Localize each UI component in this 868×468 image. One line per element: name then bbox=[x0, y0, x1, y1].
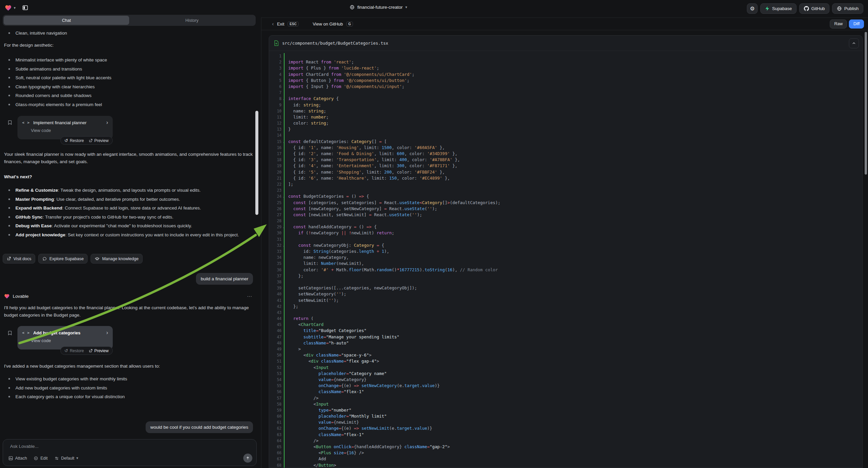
code-line-text: name: string; bbox=[284, 108, 326, 114]
chevron-down-icon[interactable]: ▾ bbox=[14, 6, 16, 10]
preview-button[interactable]: Preview bbox=[89, 349, 109, 353]
code-panel: ‹ Exit ESC View on GitHub G Raw Diff src… bbox=[261, 0, 868, 468]
project-switcher[interactable]: financial-future-creator ▾ bbox=[350, 5, 407, 10]
line-number: 53 bbox=[269, 371, 284, 377]
line-number: 57 bbox=[269, 395, 284, 401]
code-scrollbar-thumb[interactable] bbox=[865, 32, 867, 175]
line-number: 61 bbox=[269, 419, 284, 426]
code-line-text bbox=[284, 236, 291, 242]
github-button[interactable]: GitHub bbox=[799, 3, 829, 14]
bullet-dot bbox=[8, 207, 10, 209]
code-line-text bbox=[284, 310, 291, 316]
code-line: 38 bbox=[269, 279, 862, 285]
send-button[interactable] bbox=[243, 454, 252, 463]
line-number: 14 bbox=[269, 132, 284, 138]
code-line: 59 type="number" bbox=[269, 407, 862, 413]
restore-preview-toolbar: ↺Restore Preview bbox=[60, 136, 113, 145]
code-editor[interactable]: 1 2import React from 'react';3import { P… bbox=[269, 51, 862, 468]
chevron-up-icon bbox=[852, 41, 856, 45]
raw-toggle-button[interactable]: Raw bbox=[830, 20, 847, 29]
line-number: 59 bbox=[269, 407, 284, 413]
code-line: 20 { id: '5', name: 'Shopping', limit: 2… bbox=[269, 169, 862, 175]
message-menu-icon[interactable]: ⋯ bbox=[247, 293, 252, 299]
diff-toggle-button[interactable]: Diff bbox=[849, 20, 864, 29]
attach-button[interactable]: Attach bbox=[8, 456, 27, 461]
code-line: 15⌄const defaultCategories: Category[] =… bbox=[269, 139, 862, 145]
fold-chevron-icon[interactable]: ⌄ bbox=[283, 139, 284, 145]
version-card-add-budget-categories[interactable]: < > Add budget categories › View code bbox=[18, 326, 113, 350]
code-line-text bbox=[284, 132, 291, 138]
fold-chevron-icon[interactable]: ⌄ bbox=[283, 224, 284, 230]
fold-chevron-icon[interactable]: ⌄ bbox=[283, 96, 284, 102]
publish-button[interactable]: Publish bbox=[832, 3, 863, 14]
fold-chevron-icon[interactable]: ⌄ bbox=[283, 194, 284, 200]
code-line: 68 </Button> bbox=[269, 462, 862, 468]
settings-button[interactable]: ⚙ bbox=[747, 3, 757, 14]
view-on-github-button[interactable]: View on GitHub bbox=[313, 22, 343, 27]
bookmark-icon[interactable] bbox=[7, 330, 12, 336]
code-line-text: <Plus size={16} /> bbox=[284, 450, 364, 456]
explore-supabase-button[interactable]: Explore Supabase bbox=[38, 254, 88, 264]
fold-chevron-icon[interactable]: ⌄ bbox=[283, 243, 284, 249]
line-number: 31 bbox=[269, 236, 284, 242]
chevron-left-icon: ‹ bbox=[272, 21, 274, 27]
collapse-file-button[interactable] bbox=[849, 38, 859, 48]
code-line-text: const [newLimit, setNewLimit] = React.us… bbox=[284, 212, 422, 218]
line-number: 48 bbox=[269, 340, 284, 346]
restore-button[interactable]: ↺Restore bbox=[64, 138, 84, 143]
view-code-link[interactable]: View code bbox=[31, 128, 108, 133]
exit-button[interactable]: Exit bbox=[277, 22, 284, 27]
code-line-text: color: string; bbox=[284, 120, 329, 126]
view-code-link[interactable]: View code bbox=[31, 338, 108, 343]
code-line: 30 if (!newCategory || !newLimit) return… bbox=[269, 230, 862, 236]
code-line: 25 const [categories, setCategories] = R… bbox=[269, 200, 862, 206]
code-line: 11 limit: number; bbox=[269, 114, 862, 120]
chat-scrollbar-thumb[interactable] bbox=[255, 111, 258, 215]
code-line: 2import React from 'react'; bbox=[269, 59, 862, 65]
code-line: 39 setCategories([...categories, newCate… bbox=[269, 285, 862, 291]
code-line: 12 color: string; bbox=[269, 120, 862, 126]
top-bar: ▾ financial-future-creator ▾ ⚙ Supabase bbox=[0, 0, 868, 18]
restore-icon: ↺ bbox=[64, 349, 68, 353]
code-line: 18 { id: '3', name: 'Transportation', li… bbox=[269, 157, 862, 163]
edit-button[interactable]: Edit bbox=[34, 456, 48, 461]
line-number: 46 bbox=[269, 328, 284, 334]
code-line: 49 > bbox=[269, 346, 862, 352]
bullet-dot bbox=[8, 86, 10, 88]
code-line: 60 placeholder="Monthly limit" bbox=[269, 413, 862, 419]
chat-input-box[interactable]: Ask Lovable... Attach Edit Default ▾ bbox=[3, 439, 257, 466]
line-number: 63 bbox=[269, 432, 284, 438]
code-line: 42 }; bbox=[269, 303, 862, 310]
line-number: 8⌄ bbox=[269, 96, 284, 102]
file-header[interactable]: src/components/budget/BudgetCategories.t… bbox=[269, 36, 862, 51]
bullet-item: Refine & Customize: Tweak the design, an… bbox=[4, 187, 246, 194]
code-line-text: } bbox=[284, 126, 291, 132]
visit-docs-button[interactable]: Visit docs bbox=[3, 254, 35, 264]
arrow-up-icon bbox=[246, 456, 250, 460]
version-card-implement-financial-planner[interactable]: < > Implement financial planner › View c… bbox=[18, 116, 113, 139]
code-line: 16 { id: '1', name: 'Housing', limit: 15… bbox=[269, 145, 862, 151]
code-line-text: import { Button } from '@/components/ui/… bbox=[284, 78, 409, 84]
bookmark-icon[interactable] bbox=[7, 119, 12, 125]
code-line: 1 bbox=[269, 53, 862, 59]
restore-button[interactable]: ↺Restore bbox=[64, 349, 84, 353]
assistant-name: Lovable bbox=[13, 294, 29, 299]
version-card-title: Add budget categories bbox=[33, 330, 103, 335]
code-line-text: <Button onClick={handleAddCategory} clas… bbox=[284, 444, 450, 450]
toggle-sidebar-icon[interactable] bbox=[21, 4, 29, 12]
graduation-cap-icon bbox=[95, 257, 100, 261]
preview-button[interactable]: Preview bbox=[89, 138, 109, 143]
lovable-heart-logo[interactable] bbox=[5, 4, 12, 11]
code-line: 44 return ( bbox=[269, 316, 862, 322]
manage-knowledge-button[interactable]: Manage knowledge bbox=[91, 254, 142, 264]
mode-selector[interactable]: Default ▾ bbox=[54, 456, 78, 461]
code-line-text: className="flex-1" bbox=[284, 432, 364, 438]
code-line-text: limit: number; bbox=[284, 114, 329, 120]
line-number: 15⌄ bbox=[269, 139, 284, 145]
code-line: 66 <Plus size={16} /> bbox=[269, 450, 862, 456]
line-number: 5 bbox=[269, 78, 284, 84]
code-line-text bbox=[284, 279, 291, 285]
assistant-header: Lovable bbox=[4, 293, 29, 299]
code-line-text: <div className="space-y-6"> bbox=[284, 352, 371, 358]
supabase-button[interactable]: Supabase bbox=[760, 3, 797, 14]
